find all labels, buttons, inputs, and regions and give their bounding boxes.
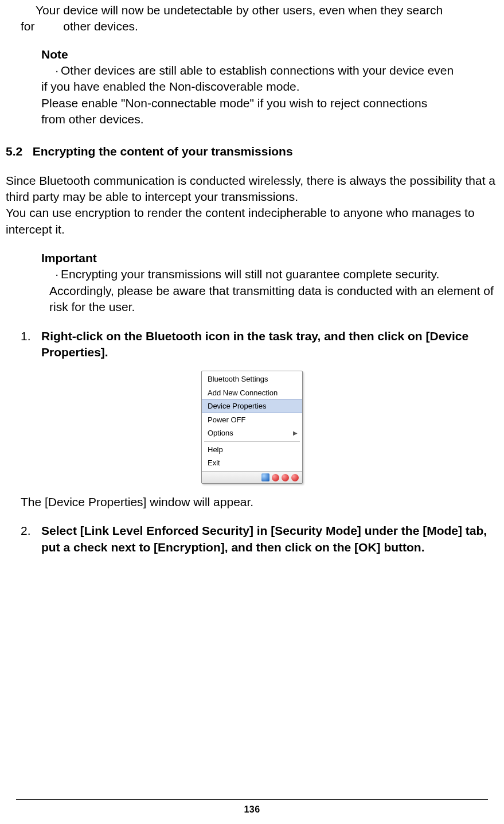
tray-status-icon <box>282 474 289 481</box>
menu-item-exit[interactable]: Exit <box>202 456 302 470</box>
context-menu-figure: Bluetooth Settings Add New Connection De… <box>6 371 498 484</box>
note-heading: Note <box>6 46 498 63</box>
menu-item-device-properties[interactable]: Device Properties <box>202 399 302 413</box>
note-line3: Please enable "Non-connectable mode" if … <box>6 95 498 111</box>
context-menu: Bluetooth Settings Add New Connection De… <box>201 371 303 484</box>
important-line2: Accordingly, please be aware that transm… <box>6 283 498 316</box>
important-block: Important · Encrypting your transmission… <box>6 250 498 315</box>
menu-item-help[interactable]: Help <box>202 443 302 457</box>
important-heading: Important <box>6 250 498 266</box>
step-2-text: Select [Link Level Enforced Security] in… <box>41 523 498 555</box>
intro-line2-rest: other devices. <box>63 20 138 33</box>
content: Your device will now be undetectable by … <box>6 0 498 555</box>
body-paragraph-2: You can use encryption to render the con… <box>6 205 498 238</box>
menu-separator <box>204 441 300 442</box>
step-2: 2. Select [Link Level Enforced Security]… <box>6 523 498 555</box>
menu-item-label: Options <box>208 428 233 438</box>
menu-item-label: Device Properties <box>208 401 267 411</box>
tray-status-icon <box>291 474 299 481</box>
step-1-number: 1. <box>21 328 41 361</box>
menu-item-label: Add New Connection <box>208 388 278 398</box>
page-number: 136 <box>0 803 504 816</box>
menu-item-options[interactable]: Options ▶ <box>202 426 302 440</box>
note-block: Note · Other devices are still able to e… <box>6 46 498 128</box>
task-tray-strip <box>202 471 302 483</box>
menu-item-label: Power OFF <box>208 415 245 425</box>
menu-item-label: Bluetooth Settings <box>208 374 268 384</box>
intro-text: Your device will now be undetectable by … <box>6 2 498 35</box>
footer-rule <box>16 799 488 800</box>
submenu-arrow-icon: ▶ <box>293 429 298 437</box>
menu-item-bluetooth-settings[interactable]: Bluetooth Settings <box>202 372 302 386</box>
note-line2: if you have enabled the Non-discoverable… <box>6 79 498 95</box>
menu-item-label: Help <box>208 445 223 455</box>
section-title: Encrypting the content of your transmiss… <box>33 145 293 158</box>
step-2-number: 2. <box>21 523 41 555</box>
menu-item-label: Exit <box>208 458 220 468</box>
page: Your device will now be undetectable by … <box>0 0 504 824</box>
note-line1: Other devices are still able to establis… <box>61 63 498 79</box>
bullet-icon: · <box>41 266 61 282</box>
bullet-icon: · <box>41 63 61 79</box>
important-line1: Encrypting your transmissions will still… <box>61 266 498 282</box>
menu-item-add-new-connection[interactable]: Add New Connection <box>202 386 302 400</box>
intro-line2-prefix: for <box>21 20 35 33</box>
after-step-1-text: The [Device Properties] window will appe… <box>6 494 498 510</box>
step-1-text: Right-click on the Bluetooth icon in the… <box>41 328 498 361</box>
section-number: 5.2 <box>6 145 22 158</box>
menu-item-power-off[interactable]: Power OFF <box>202 413 302 427</box>
section-heading: 5.2 Encrypting the content of your trans… <box>6 143 498 160</box>
intro-line1: Your device will now be undetectable by … <box>36 3 443 17</box>
note-line4: from other devices. <box>6 111 498 127</box>
body-paragraph-1: Since Bluetooth communication is conduct… <box>6 173 498 205</box>
bluetooth-tray-icon[interactable] <box>261 473 269 481</box>
tray-status-icon <box>272 474 279 481</box>
step-1: 1. Right-click on the Bluetooth icon in … <box>6 328 498 361</box>
